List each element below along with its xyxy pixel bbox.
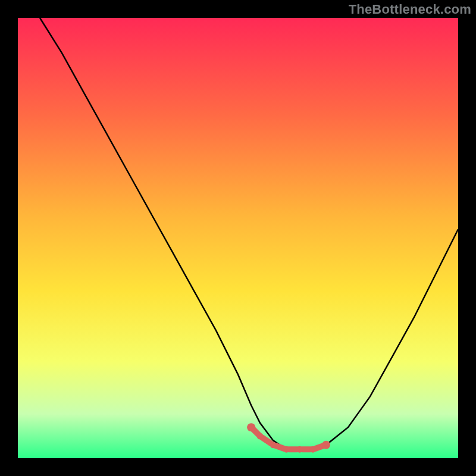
chart-frame: TheBottleneck.com <box>0 0 476 476</box>
bottleneck-curve <box>40 18 458 449</box>
optimal-range-point <box>257 433 264 440</box>
optimal-range-point <box>283 446 290 453</box>
optimal-range-point <box>309 446 316 453</box>
curve-layer <box>18 18 458 458</box>
watermark-text: TheBottleneck.com <box>349 2 471 17</box>
optimal-range-markers <box>247 423 330 453</box>
optimal-range-point <box>296 446 303 453</box>
optimal-range-segment <box>275 446 284 449</box>
optimal-range-segment <box>262 438 271 443</box>
optimal-range-point <box>247 423 255 431</box>
optimal-range-point <box>322 441 330 449</box>
optimal-range-point <box>270 441 277 448</box>
